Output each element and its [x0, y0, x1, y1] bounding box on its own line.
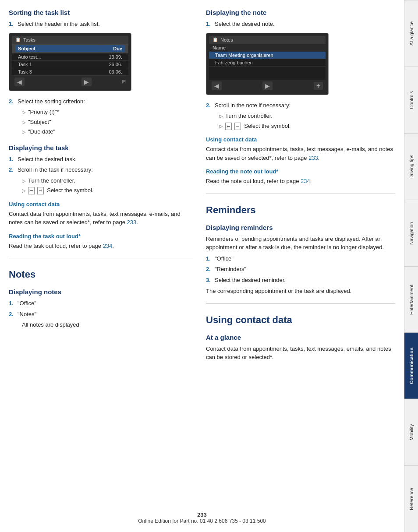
reminders-text: Reminders of pending appointments and ta… [206, 235, 395, 252]
page-footer: 233 Online Edition for Part no. 01 40 2 … [0, 511, 404, 524]
task-row-2: Task 1 26.06. [12, 61, 128, 68]
disp-note-bullet-2: ▷ ⊢ ⊣ Select the symbol. [219, 122, 395, 130]
sidebar-tab-mobility[interactable]: Mobility [404, 399, 418, 465]
sidebar-tab-navigation[interactable]: Navigation [404, 200, 418, 266]
sorting-step-1: 1. Select the header in the task list. [9, 20, 193, 28]
divider-notes [9, 258, 193, 258]
reading-note-title: Reading the note out loud* [206, 168, 395, 175]
disp-task-bullet-1: ▷ Turn the controller. [22, 176, 193, 185]
at-a-glance-text: Contact data from appointments, tasks, t… [206, 345, 395, 362]
note-ctrl-icon-right: ⊣ [234, 123, 241, 130]
sort-option-subject: ▷ "Subject" [22, 118, 193, 127]
notes-screenshot: 📋 Notes Name Team Meeting organisieren F… [206, 33, 329, 95]
tasks-nav: ◀ ▶ ⊞ [12, 76, 128, 88]
using-contact-left-text: Contact data from appointments, tasks, t… [9, 210, 193, 227]
rem-step-3: 3. Select the desired reminder. [206, 276, 395, 285]
sidebar-tab-controls[interactable]: Controls [404, 67, 418, 133]
reading-note-text: Read the note out loud, refer to page 23… [206, 177, 395, 186]
rem-step-1: 1. "Office" [206, 254, 395, 263]
sorting-task-list-title: Sorting the task list [9, 9, 193, 16]
task-row-1: Auto test... 13.09. [12, 53, 128, 61]
reading-task-text: Read the task out loud, refer to page 23… [9, 242, 193, 250]
disp-note-bullet-1: ▷ Turn the controller. [219, 112, 395, 120]
disp-task-bullet-2: ▷ ⊢ ⊣ Select the symbol. [22, 186, 193, 195]
sidebar-tab-at-a-glance[interactable]: At a glance [404, 0, 418, 67]
notes-row-2: Fahrzeug buchen [209, 59, 326, 67]
online-edition: Online Edition for Part no. 01 40 2 606 … [0, 518, 404, 524]
displaying-task-title: Displaying the task [9, 144, 193, 151]
notes-col-header: Name [209, 44, 326, 52]
sidebar-tab-entertainment[interactable]: Entertainment [404, 266, 418, 333]
displaying-note-title: Displaying the note [206, 9, 395, 16]
divider-using-contact [206, 303, 395, 304]
reading-task-link[interactable]: 234 [103, 243, 113, 249]
disp-task-bullets: ▷ Turn the controller. ▷ ⊢ ⊣ Select the … [22, 176, 193, 195]
using-contact-note-link[interactable]: 233 [308, 155, 318, 161]
tasks-extra-icon: ⊞ [122, 79, 126, 85]
notes-empty-space [209, 67, 326, 80]
disp-notes-step-1: 1. "Office" [9, 299, 193, 308]
disp-notes-step-2: 2. "Notes" [9, 310, 193, 319]
tasks-screen-body: Subject Due Auto test... 13.09. Task 1 2… [12, 44, 128, 88]
notes-left-btn[interactable]: ◀ [212, 81, 222, 90]
using-contact-data-title: Using contact data [206, 314, 395, 326]
ctrl-icon-left: ⊢ [28, 187, 35, 194]
using-contact-note-text: Contact data from appointments, tasks, t… [206, 145, 395, 162]
sidebar-tab-reference[interactable]: Reference [404, 465, 418, 532]
sort-option-due: ▷ "Due date" [22, 127, 193, 136]
tasks-icon: 📋 [15, 37, 21, 42]
displaying-reminders-title: Displaying reminders [206, 224, 395, 231]
tasks-header-row: Subject Due [12, 44, 128, 53]
rem-step-2: 2. "Reminders" [206, 265, 395, 274]
divider-reminders [206, 194, 395, 194]
disp-note-step-1: 1. Select the desired note. [206, 20, 395, 28]
disp-note-bullets: ▷ Turn the controller. ▷ ⊢ ⊣ Select the … [219, 112, 395, 130]
reading-task-title: Reading the task out loud* [9, 233, 193, 240]
right-column: Displaying the note 1. Select the desire… [206, 9, 395, 514]
at-a-glance-title: At a glance [206, 334, 395, 341]
page-number: 233 [0, 511, 404, 518]
sidebar-tab-driving-tips[interactable]: Driving tips [404, 133, 418, 200]
notes-add-btn[interactable]: + [314, 82, 323, 90]
disp-task-step-1: 1. Select the desired task. [9, 155, 193, 164]
sorting-step-2: 2. Select the sorting criterion: [9, 97, 193, 106]
note-ctrl-icon-left: ⊢ [225, 123, 232, 130]
disp-notes-indent: All notes are displayed. [22, 321, 193, 329]
notes-row-1: Team Meeting organisieren [209, 52, 326, 59]
disp-task-step-2: 2. Scroll in the task if necessary: [9, 166, 193, 174]
reading-note-link[interactable]: 234 [301, 178, 310, 184]
left-column: Sorting the task list 1. Select the head… [9, 9, 193, 514]
using-contact-left-title: Using contact data [9, 201, 193, 208]
notes-right-btn[interactable]: ▶ [262, 81, 273, 90]
reminders-title: Reminders [206, 204, 395, 216]
notes-nav: ◀ ▶ + [209, 80, 326, 92]
notes-section-title: Notes [9, 269, 193, 280]
notes-icon: 📋 [213, 37, 218, 42]
displaying-notes-title: Displaying notes [9, 288, 193, 296]
tasks-right-btn[interactable]: ▶ [81, 78, 92, 86]
notes-screen-body: Name Team Meeting organisieren Fahrzeug … [209, 44, 326, 92]
tasks-title-bar: 📋 Tasks [12, 36, 128, 44]
task-row-3: Task 3 03.06. [12, 68, 128, 76]
sidebar-tabs: At a glance Controls Driving tips Naviga… [404, 0, 418, 532]
sort-option-priority: ▷ "Priority (!)"* [22, 108, 193, 116]
ctrl-icon-right: ⊣ [37, 187, 44, 194]
tasks-left-btn[interactable]: ◀ [14, 78, 25, 86]
using-contact-left-link[interactable]: 233 [127, 219, 137, 225]
tasks-screenshot: 📋 Tasks Subject Due Auto test... 13.09. … [9, 33, 131, 91]
sidebar-tab-communication[interactable]: Communication [404, 332, 418, 399]
using-contact-note-title: Using contact data [206, 136, 395, 143]
notes-title-bar: 📋 Notes [209, 36, 326, 44]
rem-result: The corresponding appointment or the tas… [206, 287, 395, 296]
sort-options-list: ▷ "Priority (!)"* ▷ "Subject" ▷ "Due dat… [22, 108, 193, 136]
disp-note-step-2: 2. Scroll in the note if necessary: [206, 101, 395, 110]
